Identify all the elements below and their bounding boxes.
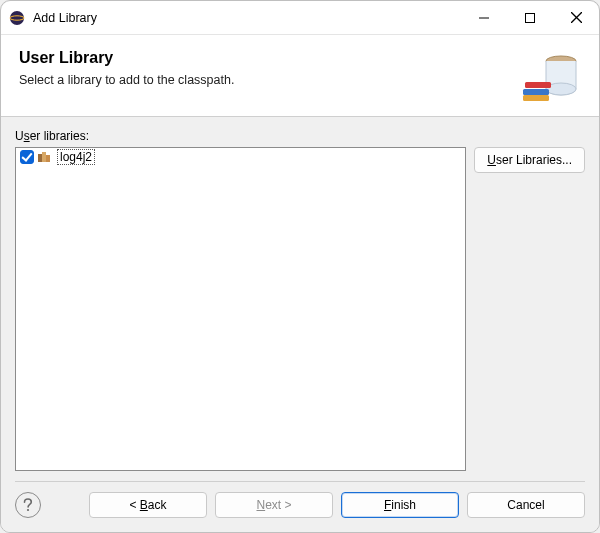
page-description: Select a library to add to the classpath… (19, 73, 521, 87)
window-controls (461, 1, 599, 34)
library-checkbox[interactable] (20, 150, 34, 164)
svg-rect-13 (46, 155, 50, 162)
next-button: Next > (215, 492, 333, 518)
books-icon (38, 151, 54, 163)
maximize-button[interactable] (507, 1, 553, 34)
library-jar-icon (521, 49, 581, 104)
svg-rect-11 (38, 154, 42, 162)
library-name: log4j2 (58, 150, 94, 164)
close-button[interactable] (553, 1, 599, 34)
cancel-button[interactable]: Cancel (467, 492, 585, 518)
button-bar: < Back Next > Finish Cancel (1, 482, 599, 532)
user-libraries-list[interactable]: log4j2 (15, 147, 466, 471)
window-title: Add Library (33, 11, 461, 25)
help-button[interactable] (15, 492, 41, 518)
content-area: User libraries: log4j2 User Libraries... (1, 117, 599, 482)
eclipse-icon (9, 10, 25, 26)
finish-button[interactable]: Finish (341, 492, 459, 518)
user-libraries-label: User libraries: (15, 129, 585, 143)
svg-rect-3 (526, 13, 535, 22)
svg-rect-12 (42, 152, 46, 162)
user-libraries-button[interactable]: User Libraries... (474, 147, 585, 173)
svg-rect-9 (525, 82, 551, 88)
title-bar: Add Library (1, 1, 599, 35)
back-button[interactable]: < Back (89, 492, 207, 518)
svg-rect-8 (523, 89, 549, 95)
minimize-button[interactable] (461, 1, 507, 34)
page-title: User Library (19, 49, 521, 67)
svg-rect-10 (523, 95, 549, 101)
list-item[interactable]: log4j2 (16, 148, 465, 166)
svg-point-0 (10, 11, 24, 25)
svg-point-14 (27, 509, 29, 511)
wizard-header: User Library Select a library to add to … (1, 35, 599, 117)
